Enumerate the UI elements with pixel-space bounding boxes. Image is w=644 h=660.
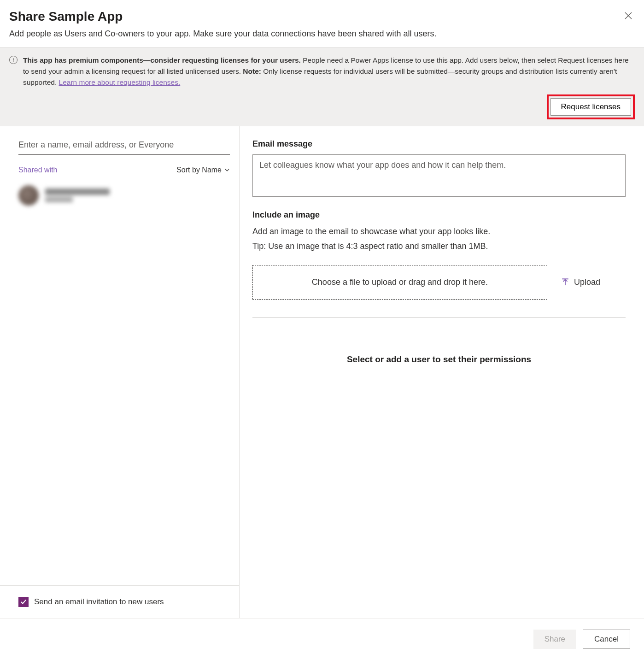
include-image-section: Include an image Add an image to the ema… bbox=[252, 210, 626, 300]
email-message-label: Email message bbox=[252, 139, 626, 149]
cancel-button[interactable]: Cancel bbox=[583, 630, 630, 649]
dialog-body: Shared with Sort by Name bbox=[0, 126, 644, 618]
dialog-footer: Share Cancel bbox=[0, 618, 644, 660]
banner-actions: Request licenses bbox=[23, 94, 635, 119]
request-licenses-highlight: Request licenses bbox=[547, 94, 635, 119]
chevron-down-icon bbox=[224, 167, 230, 173]
dialog-subtitle: Add people as Users and Co-owners to you… bbox=[0, 29, 644, 47]
banner-bold-1: This app has premium components—consider… bbox=[23, 56, 301, 64]
upload-row: Choose a file to upload or drag and drop… bbox=[252, 265, 626, 300]
shared-with-label: Shared with bbox=[18, 166, 58, 174]
left-footer: Send an email invitation to new users bbox=[0, 585, 239, 618]
permissions-prompt: Select or add a user to set their permis… bbox=[252, 354, 626, 365]
people-search-input[interactable] bbox=[18, 136, 230, 155]
close-button[interactable] bbox=[622, 9, 635, 24]
section-divider bbox=[252, 317, 626, 318]
person-name bbox=[45, 189, 110, 195]
license-banner: i This app has premium components—consid… bbox=[0, 47, 644, 126]
avatar bbox=[18, 185, 39, 206]
banner-bold-2: Note: bbox=[243, 67, 261, 75]
dialog-header: Share Sample App bbox=[0, 0, 644, 29]
shared-user-row[interactable] bbox=[18, 185, 230, 206]
banner-learn-more-link[interactable]: Learn more about requesting licenses. bbox=[59, 78, 181, 86]
include-image-label: Include an image bbox=[252, 210, 626, 220]
share-button[interactable]: Share bbox=[533, 630, 576, 649]
person-info bbox=[45, 189, 110, 202]
checkmark-icon bbox=[20, 599, 27, 605]
include-image-desc-2: Tip: Use an image that is 4:3 aspect rat… bbox=[252, 240, 626, 253]
email-message-input[interactable] bbox=[252, 154, 626, 197]
dialog-title: Share Sample App bbox=[9, 9, 123, 24]
upload-icon bbox=[561, 278, 569, 286]
list-header: Shared with Sort by Name bbox=[18, 166, 230, 174]
upload-button[interactable]: Upload bbox=[561, 277, 600, 287]
info-icon: i bbox=[9, 56, 18, 64]
file-dropzone[interactable]: Choose a file to upload or drag and drop… bbox=[252, 265, 547, 300]
banner-text: This app has premium components—consider… bbox=[23, 55, 635, 88]
send-email-checkbox[interactable] bbox=[18, 597, 29, 607]
right-panel: Email message Include an image Add an im… bbox=[240, 126, 644, 618]
left-panel: Shared with Sort by Name bbox=[0, 126, 240, 618]
banner-body: This app has premium components—consider… bbox=[23, 55, 635, 119]
person-role bbox=[45, 197, 73, 202]
close-icon bbox=[625, 12, 632, 19]
sort-by-label: Sort by Name bbox=[176, 166, 222, 174]
upload-label: Upload bbox=[574, 277, 600, 287]
left-scroll-area[interactable]: Shared with Sort by Name bbox=[0, 126, 239, 585]
request-licenses-button[interactable]: Request licenses bbox=[550, 98, 631, 116]
share-dialog: Share Sample App Add people as Users and… bbox=[0, 0, 644, 660]
send-email-label: Send an email invitation to new users bbox=[34, 597, 164, 607]
sort-by-toggle[interactable]: Sort by Name bbox=[176, 166, 230, 174]
include-image-desc-1: Add an image to the email to showcase wh… bbox=[252, 225, 626, 238]
